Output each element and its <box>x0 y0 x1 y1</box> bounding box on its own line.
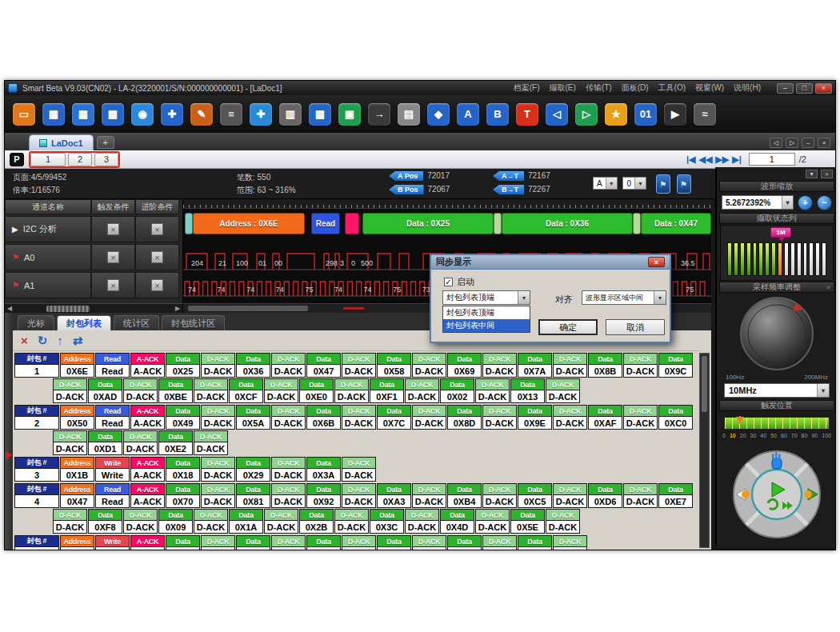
packet-label-cell[interactable]: 封包 #1 <box>14 353 59 378</box>
sample-rate-select[interactable]: 10MHz ▾ <box>724 383 830 398</box>
packet-cell-aack[interactable]: A-ACKA-ACK <box>130 535 165 550</box>
packet-cell-dack[interactable]: D-ACKD-ACK <box>342 353 376 378</box>
slider-marker[interactable] <box>736 417 744 424</box>
compare-icon[interactable]: ⇄ <box>73 334 83 346</box>
packet-cell-read[interactable]: ReadRead <box>95 405 130 430</box>
navigation-wheel[interactable] <box>718 449 836 540</box>
packet-cell-data[interactable]: Data0XBE <box>158 378 193 403</box>
cursor-a-select[interactable]: A▾ <box>593 177 618 190</box>
sample-rate-knob[interactable] <box>718 294 836 374</box>
export-list-icon[interactable]: ↑ <box>57 334 63 346</box>
scroll-handle[interactable] <box>188 306 308 311</box>
packet-cell-data[interactable]: Data0X13 <box>510 378 545 403</box>
close-button[interactable]: × <box>815 83 832 94</box>
pin-icon[interactable]: ▾ <box>806 170 818 178</box>
packet-cell-dack[interactable]: D-ACKD-ACK <box>412 353 446 378</box>
dropdown-option-1[interactable]: 封包列表中间 <box>443 319 530 332</box>
packet-cell-data[interactable]: Data0XC5 <box>518 483 552 508</box>
checkbox-icon[interactable]: × <box>107 279 119 291</box>
packet-cell-data[interactable]: Data0XB6 <box>306 535 341 550</box>
packet-cell-data[interactable]: Data0X09 <box>158 509 193 534</box>
save-as-icon[interactable]: ▦ <box>72 103 94 126</box>
packet-cell-addr[interactable]: Address0X47 <box>60 483 94 508</box>
packet-cell-dack[interactable]: D-ACKD-ACK <box>475 378 510 403</box>
panel-grid-icon[interactable]: ▦ <box>309 103 331 126</box>
channel-option-cell[interactable]: × <box>135 216 179 242</box>
packet-cell-dack[interactable]: D-ACKD-ACK <box>342 405 376 430</box>
packet-cell-dack[interactable]: D-ACKD-ACK <box>342 483 376 508</box>
packet-cell-data[interactable]: Data0X3A <box>306 457 341 482</box>
zoom-ratio-select[interactable]: 5.2672392% ▾ <box>722 195 794 210</box>
packet-cell-data[interactable]: Data0XD1 <box>88 430 122 455</box>
cursor-0-select[interactable]: 0▾ <box>622 177 646 190</box>
packet-cell-dack[interactable]: D-ACKD-ACK <box>482 483 517 508</box>
tab-scroll-right-icon[interactable]: ▷ <box>786 138 798 148</box>
packet-label-cell[interactable]: 封包 #3 <box>14 457 59 482</box>
menu-item-5[interactable]: 视窗(W) <box>695 82 724 94</box>
packet-cell-dack[interactable]: D-ACKD-ACK <box>482 405 517 430</box>
packet-cell-data[interactable]: Data0XA3 <box>377 483 411 508</box>
packet-cell-dack[interactable]: D-ACKD-ACK <box>553 353 587 378</box>
bus-segment-data[interactable]: Data : 0X47 <box>641 213 711 234</box>
scroll-handle[interactable] <box>46 306 90 312</box>
packet-cell-dack[interactable]: D-ACKD-ACK <box>546 509 580 534</box>
packet-cell-data[interactable]: Data0X47 <box>306 353 341 378</box>
packet-cell-dack[interactable]: D-ACKD-ACK <box>123 378 158 403</box>
packet-cell-data[interactable]: Data0XC0 <box>658 405 693 430</box>
packet-cell-dack[interactable]: D-ACKD-ACK <box>271 483 306 508</box>
page-number-input[interactable]: 1 <box>749 153 795 166</box>
menu-item-1[interactable]: 撷取(E) <box>550 82 576 94</box>
packet-cell-aack[interactable]: A-ACKA-ACK <box>130 353 165 378</box>
packet-cell-data[interactable]: Data0X9E <box>518 405 552 430</box>
packet-cell-dack[interactable]: D-ACKD-ACK <box>123 430 158 455</box>
packet-label-cell[interactable]: 封包 #4 <box>14 483 59 508</box>
ok-button[interactable]: 确定 <box>538 319 598 335</box>
bus-segment-data[interactable]: Data : 0X25 <box>362 213 494 234</box>
tab-2[interactable]: 统计区 <box>114 315 159 330</box>
packet-cell-data[interactable]: Data0X25 <box>166 353 200 378</box>
packet-cell-read[interactable]: ReadRead <box>95 353 130 378</box>
channel-label[interactable]: ⚑A0 <box>5 244 91 270</box>
favorite-icon[interactable]: ★ <box>605 103 627 126</box>
packet-scrollbar[interactable] <box>699 353 710 548</box>
tools-icon[interactable]: ✚ <box>161 103 183 126</box>
snapshot-icon[interactable]: ◉ <box>131 103 154 126</box>
tab-0[interactable]: 光标 <box>18 315 54 330</box>
enable-checkbox[interactable]: ✓ <box>444 278 453 286</box>
packet-cell-dack[interactable]: D-ACKD-ACK <box>53 430 87 455</box>
packet-cell-data[interactable]: Data0X9C <box>658 353 693 378</box>
new-tab-button[interactable]: + <box>97 136 114 149</box>
copy-docs-icon[interactable]: ▤ <box>398 103 420 126</box>
packet-cell-addr[interactable]: Address0X50 <box>60 405 94 430</box>
search-prev-icon[interactable]: ◁ <box>546 103 568 126</box>
pane-minimize-icon[interactable]: – <box>802 138 814 148</box>
minimize-button[interactable]: – <box>777 83 794 94</box>
packet-cell-dack[interactable]: D-ACKD-ACK <box>271 405 306 430</box>
channel-scrollbar[interactable]: ◀ ▶ <box>5 303 182 313</box>
packet-cell-dack[interactable]: D-ACKD-ACK <box>271 457 306 482</box>
packet-cell-dack[interactable]: D-ACKD-ACK <box>194 430 228 455</box>
page-button-3[interactable]: 3 <box>94 153 118 166</box>
tab-1[interactable]: 封包列表 <box>57 315 111 330</box>
zoom-out-button[interactable]: − <box>817 195 832 210</box>
packet-cell-data[interactable]: Data0X5E <box>510 509 545 534</box>
channel-option-cell[interactable]: × <box>135 272 179 298</box>
packet-cell-data[interactable]: Data0X49 <box>166 405 200 430</box>
nav-button-0[interactable]: |◀ <box>685 154 698 164</box>
packet-cell-dack[interactable]: D-ACKD-ACK <box>553 405 587 430</box>
packet-cell-data[interactable]: Data0XE9 <box>518 535 552 550</box>
packet-cell-data[interactable]: Data0X1A <box>229 509 263 534</box>
refresh-icon[interactable]: ↻ <box>38 334 48 346</box>
scroll-handle[interactable] <box>702 356 707 412</box>
device-settings-icon[interactable]: ▥ <box>279 103 302 126</box>
checkbox-icon[interactable]: × <box>107 223 119 235</box>
probe-icon[interactable]: ✎ <box>190 103 213 126</box>
menu-item-3[interactable]: 面板(D) <box>622 82 649 94</box>
packet-cell-aack[interactable]: A-ACKA-ACK <box>130 483 165 508</box>
packet-cell-data[interactable]: Data0X2B <box>299 509 334 534</box>
menu-item-4[interactable]: 工具(O) <box>658 82 686 94</box>
packet-cell-data[interactable]: Data0XA5 <box>236 535 270 550</box>
bus-segment-sep[interactable] <box>633 213 641 234</box>
packet-cell-dack[interactable]: D-ACKD-ACK <box>482 353 517 378</box>
packet-cell-addr[interactable]: Address0X1B <box>60 457 94 482</box>
